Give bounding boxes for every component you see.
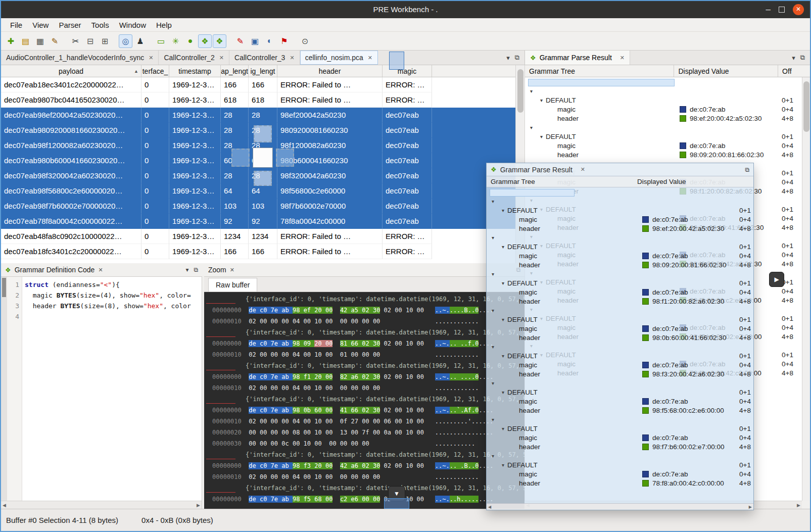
tree-row[interactable]: ▾ [525,86,810,95]
hex-line[interactable]: 00000010 02 00 00 00 04 00 10 00 01 00 0… [204,349,524,360]
tree-row[interactable]: ▾ [487,451,753,460]
open-file-icon[interactable]: ▤ [19,34,32,48]
column-grammar-tree[interactable]: Grammar Tree [525,65,674,77]
hex-line[interactable]: 00000000 de c0 7e ab 98 f5 68 00 c2 e6 0… [204,494,524,505]
hex-line[interactable]: 00000010 02 00 00 00 04 00 10 00 00 00 0… [204,316,524,327]
raw-buffer-tab[interactable]: Raw buffer [208,278,257,292]
chevron-down-icon[interactable]: ▾ [502,244,504,250]
scroll-right-icon[interactable]: ▶ [749,505,752,509]
tree-row[interactable]: ▾ [487,378,753,388]
hex-line[interactable]: 00000000 de c0 7e ab 98 09 20 00 81 66 0… [204,338,524,349]
floating-parse-result-panel[interactable]: ❖ Grammar Parse Result ✕ ⧉ Grammar Tree … [486,163,754,510]
close-icon[interactable]: ✕ [149,55,153,61]
tree-row[interactable]: header98:0b:60:00:41:66:02:304+8 [487,333,753,342]
hex-dump-view[interactable]: {'interface_id': 0, 'timestamp': datetim… [204,292,524,509]
tree-row[interactable]: ▾DEFAULT0+1 [487,206,753,215]
tree-row[interactable]: magicde:c0:7e:ab0+4 [487,251,753,260]
new-file-icon[interactable]: ✚ [4,34,18,48]
hex-line[interactable]: 00000010 02 00 00 00 04 00 10 00 0f 27 0… [204,416,524,427]
chevron-down-icon[interactable]: ▾ [502,426,504,431]
tree-row[interactable]: ▾DEFAULT0+1 [487,351,753,360]
table-row[interactable]: dec07eab48fa8c0902c10000022…01969-12-3…1… [1,229,515,244]
tree-row[interactable]: magicde:c0:7e:ab0+4 [487,215,753,224]
tree-row[interactable]: header98:f3:20:00:42:a6:02:304+8 [487,369,753,378]
chevron-down-icon[interactable]: ▾ [492,344,494,350]
tree-row[interactable]: ▾DEFAULT0+1 [525,132,810,141]
column-offset[interactable]: Off [778,65,810,77]
tree-row[interactable]: magicde:c0:7e:ab0+4 [525,141,810,150]
table-row[interactable]: dec07eab98ef200042a50230020…01969-12-3…2… [1,108,515,123]
floating-hscrollbar[interactable]: ◀ ▶ [487,503,753,510]
scroll-right-icon[interactable]: ▶ [197,503,200,508]
tree-row[interactable]: header98:ef:20:00:42:a5:02:304+8 [487,224,753,233]
hex-line[interactable]: 00000000 de c0 7e ab 98 f3 20 00 42 a6 0… [204,460,524,471]
tab-CallController_3[interactable]: CallController_3✕ [229,51,300,65]
marker-icon[interactable]: ✎ [233,34,247,48]
chevron-down-icon[interactable]: ▾ [502,317,504,322]
hex-line[interactable]: 00000010 02 00 00 00 04 00 10 00 00 00 0… [204,471,524,482]
column-header-header[interactable]: header [277,65,383,77]
chevron-down-icon[interactable]: ▾ [492,417,494,422]
chevron-down-icon[interactable]: ▾ [492,453,494,459]
dock-target-top[interactable] [254,125,272,142]
web-icon[interactable]: ◐ [263,34,276,48]
tree-row[interactable]: header98:f7:b6:00:02:e7:00:004+8 [487,442,753,451]
column-header-ig_lengt[interactable]: ig_lengt [249,65,277,77]
tab-AudioController_1_handleVocoderInfo_sync[interactable]: AudioController_1_handleVocoderInfo_sync… [1,51,159,65]
table-row[interactable]: dec07eab18fc3401c2c20000022…01969-12-3…1… [1,244,515,259]
dock-target-center[interactable] [253,148,273,168]
tree-row[interactable]: header98:09:20:00:81:66:02:304+8 [487,260,753,269]
chevron-down-icon[interactable]: ▾ [492,308,494,313]
tree-row[interactable]: magicde:c0:7e:ab0+4 [525,105,810,114]
tree-row[interactable]: ▾ [487,269,753,278]
column-header-timestamp[interactable]: timestamp [169,65,221,77]
search-icon[interactable]: ⊙ [298,34,312,48]
parse-icon[interactable]: ❖ [198,34,212,48]
hex-line[interactable]: 00000000 de c0 7e ab 98 f1 20 00 82 a6 0… [204,371,524,382]
tree-row[interactable]: magicde:c0:7e:ab0+4 [487,287,753,297]
tree-row[interactable]: header98:09:20:00:81:66:02:304+8 [525,150,810,159]
column-header-terface_[interactable]: terface_ [141,65,169,77]
close-icon[interactable]: ✕ [368,55,372,61]
dock-target-right[interactable] [276,149,294,167]
panel-menu-icon[interactable]: ▾ [185,266,188,273]
tab-menu-icon[interactable]: ▾ [506,54,510,62]
tree-row[interactable]: ▾ [487,197,753,206]
reparse-icon[interactable]: ❖ [213,34,226,48]
chevron-down-icon[interactable]: ▾ [540,98,543,103]
chevron-down-icon[interactable]: ▾ [502,353,504,359]
hex-line[interactable]: 00000010 02 00 00 00 04 00 10 00 00 00 0… [204,382,524,394]
import-icon[interactable]: ✎ [48,34,62,48]
pin-icon[interactable]: ⚑ [277,34,291,48]
chevron-down-icon[interactable]: ▾ [492,235,494,240]
close-icon[interactable]: ✕ [290,55,294,61]
tree-row[interactable]: ▾DEFAULT0+1 [487,460,753,469]
chevron-down-icon[interactable]: ▾ [530,125,533,130]
scrollbar-thumb[interactable] [517,69,523,113]
hex-line[interactable]: 00000000 de c0 7e ab 98 ef 20 00 42 a5 0… [204,305,524,316]
tree-row[interactable]: magicde:c0:7e:ab0+4 [487,433,753,442]
debug-icon[interactable]: ✳ [169,34,182,48]
tree-row[interactable]: ▾DEFAULT0+1 [487,242,753,251]
run-icon[interactable]: ● [183,34,197,48]
table-row[interactable]: dec07eab78f8a00042c00000022…01969-12-3…9… [1,214,515,229]
tree-row[interactable]: ▾ [487,415,753,424]
panel-float-icon[interactable]: ⧉ [745,166,749,173]
tree-row[interactable]: ▾DEFAULT0+1 [487,315,753,324]
capture-icon[interactable]: ▭ [154,34,168,48]
tree-row[interactable]: header98:f1:20:00:82:a6:02:304+8 [487,297,753,306]
tab-float-icon[interactable]: ⧉ [515,54,519,62]
tree-row[interactable]: ▾ [487,342,753,351]
grammar-code-editor[interactable]: struct (endianness="<"){ magic BYTES(siz… [22,277,202,501]
tree-row[interactable]: magicde:c0:7e:ab0+4 [487,469,753,478]
menu-view[interactable]: View [27,19,54,31]
scroll-left-icon[interactable]: ◀ [488,505,491,509]
tree-row[interactable]: ▾ [525,123,810,132]
column-grammar-tree[interactable]: Grammar Tree [487,178,637,185]
save-icon[interactable]: ▦ [33,34,47,48]
tree-row[interactable]: ▾ [487,306,753,315]
close-icon[interactable]: ✕ [230,267,234,273]
menu-help[interactable]: Help [151,19,177,31]
tab-cellinfo_nosim.pca[interactable]: cellinfo_nosim.pca✕ [300,51,378,65]
tree-selected-node[interactable] [490,189,575,197]
